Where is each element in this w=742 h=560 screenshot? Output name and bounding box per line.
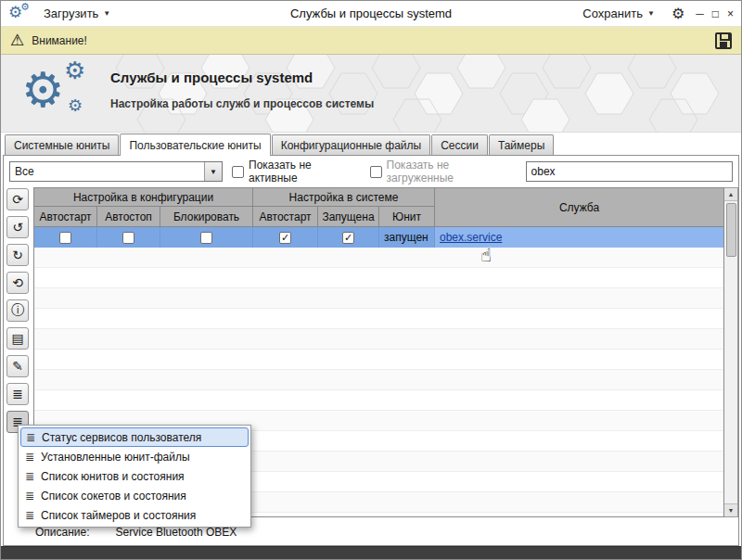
status-context-menu: ≣ Статус сервисов пользователя ≣ Установ… — [18, 425, 251, 528]
scroll-down-button[interactable]: ▼ — [724, 503, 737, 516]
vertical-scrollbar[interactable]: ▲ ▼ — [724, 187, 738, 517]
warning-icon: ⚠ — [10, 32, 24, 48]
close-icon[interactable]: × — [727, 7, 734, 20]
tab-timers[interactable]: Таймеры — [489, 134, 554, 155]
autostart-config-checkbox[interactable] — [59, 232, 71, 244]
restart-button[interactable]: ↻ — [6, 244, 29, 266]
list-icon: ≣ — [26, 432, 35, 443]
undo-icon: ⟲ — [12, 275, 23, 290]
menu-item-units-list[interactable]: ≣ Список юнитов и состояния — [20, 466, 249, 486]
table-row — [34, 329, 723, 350]
tab-system-units[interactable]: Системные юниты — [5, 134, 119, 155]
refresh-button[interactable]: ⟳ — [6, 188, 29, 210]
save-dropdown-button[interactable]: Сохранить ▼ — [577, 4, 660, 23]
reload-button[interactable]: ↺ — [6, 216, 29, 238]
gear-icon: ⚙ — [64, 58, 85, 83]
group-header-config: Настройка в конфигурации — [34, 188, 253, 207]
search-input[interactable] — [526, 161, 733, 182]
cell-autostop — [97, 227, 160, 248]
column-header-autostart-system[interactable]: Автостарт — [253, 207, 318, 227]
document-button[interactable]: ▤ — [6, 327, 29, 350]
autostart-system-checkbox[interactable]: ✓ — [279, 232, 291, 244]
gear-icon: ⚙ — [21, 66, 65, 114]
menu-item-user-services-status[interactable]: ≣ Статус сервисов пользователя — [20, 427, 249, 447]
column-header-autostop[interactable]: Автостоп — [97, 207, 160, 227]
table-row — [34, 390, 723, 411]
menu-item-label: Список юнитов и состояния — [41, 470, 185, 483]
description-value: Service Bluetooth OBEX — [116, 526, 237, 539]
save-file-icon[interactable] — [715, 32, 732, 49]
tab-sessions[interactable]: Сессии — [431, 134, 488, 155]
app-logo-gears-icon: ⚙ ⚙ — [8, 4, 32, 24]
cell-unit-state: запущен — [379, 227, 435, 248]
info-button[interactable]: ⓘ — [6, 299, 29, 322]
running-checkbox[interactable]: ✓ — [342, 232, 354, 244]
filter-combobox[interactable]: Все ▼ — [9, 161, 223, 182]
cell-autostart-config — [34, 227, 97, 248]
menu-item-label: Список таймеров и состояния — [41, 509, 196, 522]
column-header-unit[interactable]: Юнит — [379, 207, 435, 227]
document-icon: ▤ — [11, 331, 23, 346]
table-row — [34, 370, 723, 390]
show-inactive-checkbox-group[interactable]: Показать не активные — [232, 159, 361, 185]
cell-block — [160, 227, 253, 248]
load-dropdown-button[interactable]: Загрузить ▼ — [38, 4, 116, 23]
show-unloaded-checkbox[interactable] — [370, 166, 382, 178]
redo-icon: ↻ — [12, 248, 23, 262]
list-icon: ≣ — [12, 387, 23, 401]
settings-gear-icon[interactable]: ⚙ — [672, 5, 684, 22]
show-unloaded-checkbox-group[interactable]: Показать не загруженные — [370, 159, 517, 185]
autostop-checkbox[interactable] — [122, 232, 134, 244]
edit-unit-button[interactable]: ✎ — [6, 355, 29, 377]
refresh-icon: ⟳ — [12, 192, 23, 207]
header-banner: ⚙ ⚙ ⚙ Службы и процессы systemd Настройк… — [1, 55, 741, 133]
combobox-value: Все — [10, 165, 204, 178]
table-row — [34, 268, 723, 288]
load-button-label: Загрузить — [44, 6, 98, 20]
group-header-system: Настройка в системе — [253, 188, 435, 207]
menu-item-sockets-list[interactable]: ≣ Список сокетов и состояния — [20, 486, 249, 505]
list-button[interactable]: ≣ — [6, 383, 29, 405]
cell-service: obex.service — [435, 227, 723, 248]
scrollbar-thumb[interactable] — [726, 203, 736, 257]
description-label: Описание: — [35, 526, 90, 539]
hexagon-pattern — [1, 55, 739, 133]
table-row-selected[interactable]: ✓ ✓ запущен obex.service — [34, 227, 723, 248]
reload-icon: ↺ — [12, 220, 23, 235]
column-header-block[interactable]: Блокировать — [160, 207, 253, 227]
gear-icon: ⚙ — [20, 2, 30, 12]
filter-row: Все ▼ Показать не активные Показать не з… — [4, 156, 738, 187]
maximize-icon[interactable]: □ — [712, 7, 719, 20]
menu-item-installed-unit-files[interactable]: ≣ Установленные юнит-файлы — [20, 447, 249, 466]
menu-item-timers-list[interactable]: ≣ Список таймеров и состояния — [20, 505, 249, 525]
info-icon: ⓘ — [11, 302, 24, 319]
menu-item-label: Список сокетов и состояния — [41, 490, 186, 503]
save-button-label: Сохранить — [582, 6, 643, 20]
combobox-dropdown-button[interactable]: ▼ — [204, 162, 222, 181]
tab-user-units[interactable]: Пользовательские юниты — [120, 134, 270, 156]
show-inactive-checkbox[interactable] — [232, 166, 244, 178]
warning-bar: ⚠ Внимание! — [1, 27, 741, 55]
scroll-up-button[interactable]: ▲ — [724, 188, 737, 201]
table-row — [34, 288, 723, 309]
minimize-icon[interactable]: ─ — [696, 7, 704, 20]
list-icon: ≣ — [25, 471, 34, 482]
column-header-service[interactable]: Служба — [435, 188, 723, 227]
service-link[interactable]: obex.service — [440, 231, 502, 244]
cell-autostart-system: ✓ — [253, 227, 318, 248]
block-checkbox[interactable] — [200, 232, 212, 244]
column-header-running[interactable]: Запущена — [318, 207, 379, 227]
chevron-down-icon: ▼ — [103, 9, 110, 18]
revert-button[interactable]: ⟲ — [6, 272, 29, 294]
gear-icon: ⚙ — [68, 97, 83, 114]
page-subtitle: Настройка работы служб и процессов систе… — [110, 97, 374, 110]
column-header-autostart-config[interactable]: Автостарт — [34, 207, 97, 227]
chevron-down-icon: ▼ — [210, 168, 217, 176]
window-bottom-edge — [1, 546, 741, 559]
table-row — [34, 350, 723, 370]
list-icon: ≣ — [25, 490, 34, 502]
tab-bar: Системные юниты Пользовательские юниты К… — [1, 133, 741, 155]
tab-config-files[interactable]: Конфигурационные файлы — [272, 134, 430, 155]
list-icon: ≣ — [25, 452, 34, 463]
mouse-cursor-icon: ☝ — [480, 244, 492, 266]
